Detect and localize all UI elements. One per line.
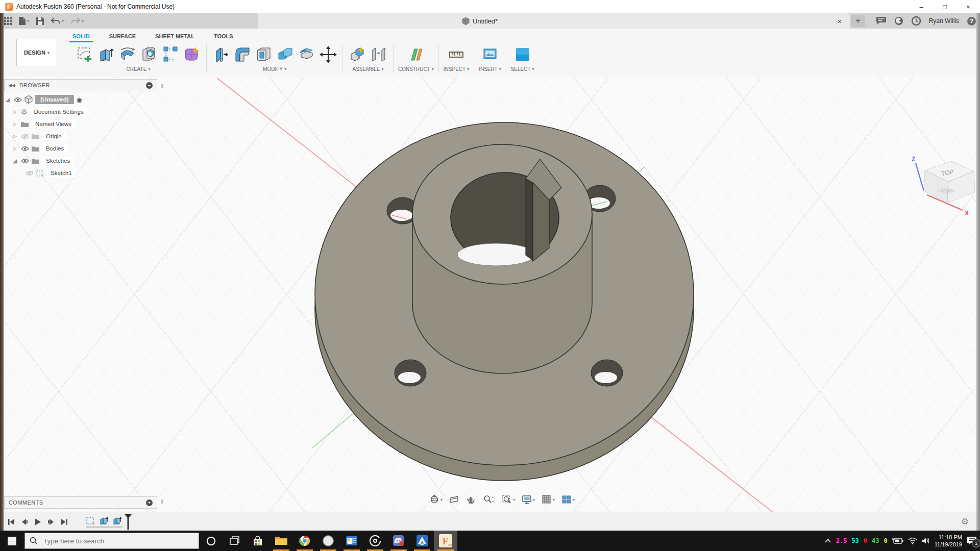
tree-item-label[interactable]: Sketches bbox=[42, 157, 74, 165]
group-label-construct[interactable]: CONSTRUCT▾ bbox=[398, 66, 434, 72]
eye-icon[interactable] bbox=[21, 146, 29, 152]
tree-row-sketches[interactable]: ◢ Sketches bbox=[11, 155, 157, 167]
speaker-icon[interactable] bbox=[922, 537, 930, 544]
eye-icon[interactable] bbox=[21, 158, 29, 164]
move-copy-button[interactable] bbox=[318, 45, 338, 64]
maximize-button[interactable]: □ bbox=[933, 0, 957, 13]
new-component-button[interactable] bbox=[348, 45, 367, 64]
group-label-select[interactable]: SELECT▾ bbox=[511, 66, 534, 72]
expanded-arrow-icon[interactable]: ◢ bbox=[4, 96, 11, 103]
close-tab-button[interactable]: × bbox=[833, 15, 846, 27]
save-button[interactable] bbox=[36, 17, 44, 25]
minimize-button[interactable]: – bbox=[910, 0, 933, 13]
hw-monitor-value[interactable]: 43 bbox=[872, 537, 879, 544]
tree-row-origin[interactable]: ▷ Origin bbox=[11, 130, 157, 142]
hole-button[interactable] bbox=[139, 45, 159, 64]
insert-canvas-button[interactable] bbox=[480, 45, 500, 64]
panel-resize-grip[interactable]: ‖ bbox=[161, 83, 163, 89]
joint-button[interactable] bbox=[369, 45, 388, 64]
collapsed-arrow-icon[interactable]: ▷ bbox=[11, 134, 18, 139]
timeline-settings-gear-icon[interactable]: ⚙ bbox=[961, 516, 969, 527]
cortana-button[interactable] bbox=[199, 531, 223, 551]
discord-icon[interactable] bbox=[387, 531, 410, 551]
add-comment-icon[interactable]: + bbox=[146, 499, 153, 506]
undo-button[interactable]: ▾ bbox=[51, 17, 64, 24]
group-label-assemble[interactable]: ASSEMBLE▾ bbox=[353, 66, 384, 72]
minimize-panel-icon[interactable]: − bbox=[146, 82, 153, 89]
root-component-label[interactable]: (Unsaved) bbox=[35, 95, 74, 104]
taskbar-search[interactable] bbox=[24, 533, 199, 549]
measure-button[interactable] bbox=[447, 45, 466, 64]
timeline-extrude-feature[interactable] bbox=[112, 516, 122, 526]
tab-surface[interactable]: SURFACE bbox=[108, 31, 137, 41]
tree-row-document-settings[interactable]: ▷ ⚙ Document Settings bbox=[11, 106, 157, 118]
hw-monitor-value[interactable]: 0 bbox=[884, 537, 888, 544]
press-pull-button[interactable] bbox=[211, 45, 231, 64]
comments-header[interactable]: COMMENTS + bbox=[4, 496, 157, 509]
revolve-button[interactable] bbox=[118, 45, 137, 64]
tree-row-root[interactable]: ◢ (Unsaved) ◉ bbox=[4, 93, 157, 106]
target-circle-app-icon[interactable] bbox=[363, 531, 387, 551]
autodesk-app-icon[interactable] bbox=[410, 531, 434, 551]
fusion-360-taskbar-icon[interactable]: F360 bbox=[434, 531, 457, 551]
shell-button[interactable] bbox=[254, 45, 274, 64]
eye-off-icon[interactable] bbox=[26, 170, 34, 176]
collapsed-arrow-icon[interactable]: ▷ bbox=[11, 121, 18, 127]
tab-sheet-metal[interactable]: SHEET METAL bbox=[154, 31, 195, 41]
document-tab-title[interactable]: Untitled* bbox=[439, 13, 521, 29]
orbit-button[interactable]: ▾ bbox=[428, 493, 444, 506]
compass-browser-icon[interactable] bbox=[316, 531, 340, 551]
tree-item-label[interactable]: Document Settings bbox=[30, 108, 88, 116]
wifi-icon[interactable] bbox=[908, 537, 917, 544]
hw-monitor-value[interactable]: 2.5 bbox=[836, 537, 847, 544]
file-menu-button[interactable]: ▾ bbox=[19, 17, 29, 25]
task-view-button[interactable] bbox=[223, 531, 246, 551]
notification-clock-icon[interactable] bbox=[912, 16, 921, 26]
job-status-icon[interactable] bbox=[894, 16, 903, 26]
panel-resize-grip[interactable]: ‖ bbox=[161, 498, 163, 505]
feedback-comment-icon[interactable] bbox=[876, 17, 886, 25]
activate-component-icon[interactable]: ◉ bbox=[77, 96, 82, 104]
expanded-arrow-icon[interactable]: ◢ bbox=[11, 158, 18, 164]
play-button[interactable] bbox=[34, 518, 42, 526]
construct-plane-button[interactable] bbox=[406, 45, 426, 64]
rectangular-pattern-button[interactable] bbox=[161, 45, 180, 64]
timeline-sketch-feature[interactable] bbox=[86, 516, 96, 526]
grid-snap-button[interactable]: ▾ bbox=[540, 493, 556, 506]
tab-tools[interactable]: TOOLS bbox=[213, 31, 234, 41]
create-sketch-button[interactable] bbox=[75, 45, 94, 64]
user-account-button[interactable]: Ryan Willis bbox=[929, 17, 959, 24]
new-tab-button[interactable]: + bbox=[851, 15, 865, 27]
tree-item-label[interactable]: Origin bbox=[42, 132, 66, 140]
view-cube[interactable]: Z X TOP FRONT RIGHT bbox=[902, 154, 979, 218]
taskbar-clock[interactable]: 11:18 PM 11/19/2019 bbox=[935, 534, 962, 548]
hw-monitor-value[interactable]: 53 bbox=[851, 537, 859, 544]
action-center-button[interactable]: 1 bbox=[967, 536, 977, 545]
skip-to-end-button[interactable] bbox=[60, 518, 68, 526]
eye-icon[interactable] bbox=[14, 97, 22, 103]
eye-off-icon[interactable] bbox=[21, 134, 29, 139]
step-back-button[interactable] bbox=[20, 518, 29, 526]
hw-monitor-value[interactable]: 0 bbox=[864, 537, 867, 544]
create-form-button[interactable] bbox=[182, 45, 202, 64]
info-card-app-icon[interactable] bbox=[340, 531, 363, 551]
start-button[interactable] bbox=[0, 531, 23, 551]
tree-row-sketch1[interactable]: Sketch1 bbox=[26, 167, 157, 179]
group-label-inspect[interactable]: INSPECT▾ bbox=[444, 66, 469, 72]
zoom-button[interactable]: +− bbox=[481, 493, 497, 506]
browser-header[interactable]: ◀◀ BROWSER − bbox=[4, 79, 157, 91]
active-document-tab[interactable] bbox=[258, 13, 850, 29]
pan-button[interactable] bbox=[464, 493, 478, 506]
microsoft-store-icon[interactable] bbox=[246, 531, 270, 551]
redo-button[interactable]: ▾ bbox=[71, 17, 84, 24]
tray-expand-chevron-icon[interactable] bbox=[824, 538, 831, 543]
collapsed-arrow-icon[interactable]: ▷ bbox=[11, 146, 18, 151]
workspace-selector-button[interactable]: DESIGN ▾ bbox=[16, 39, 57, 66]
timeline-position-marker[interactable] bbox=[124, 514, 133, 530]
tree-item-label[interactable]: Bodies bbox=[42, 144, 68, 153]
fillet-button[interactable] bbox=[233, 45, 252, 64]
look-at-button[interactable] bbox=[448, 493, 461, 506]
extrude-button[interactable] bbox=[96, 45, 116, 64]
tree-item-label[interactable]: Named Views bbox=[31, 120, 76, 128]
help-button[interactable]: ? bbox=[967, 17, 976, 26]
